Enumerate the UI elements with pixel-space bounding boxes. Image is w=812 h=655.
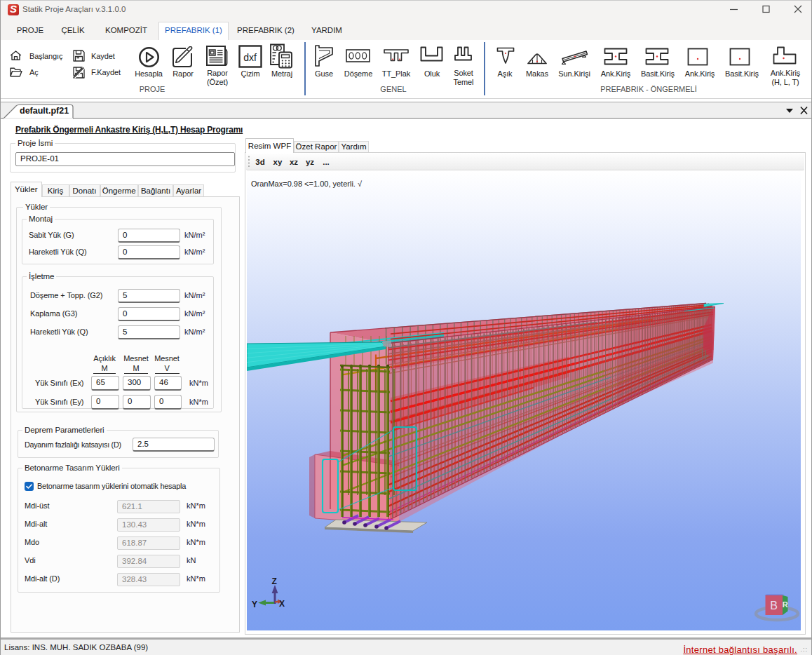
svg-text:B: B xyxy=(770,600,778,612)
svg-text:X: X xyxy=(279,599,285,609)
svg-text:dxf: dxf xyxy=(243,52,257,63)
svg-text:OranMax=0.98 <=1.00, yeterli.: OranMax=0.98 <=1.00, yeterli. √ xyxy=(251,180,363,188)
svg-text:R: R xyxy=(783,600,788,609)
svg-text:Z: Z xyxy=(272,576,277,586)
svg-text:Y: Y xyxy=(252,600,257,609)
